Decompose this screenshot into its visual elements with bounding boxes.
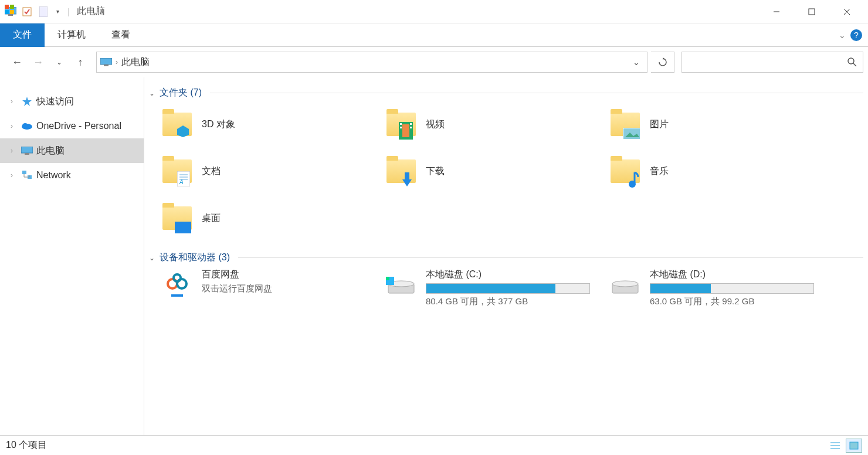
folder-icon bbox=[385, 155, 418, 188]
navigation-pane: › 快速访问 › OneDrive - Personal › 此电脑 › bbox=[0, 77, 144, 441]
svg-marker-12 bbox=[22, 97, 32, 106]
main-pane: ⌄ 文件夹 (7) 3D 对象 视频 bbox=[144, 77, 868, 441]
folder-label: 桌面 bbox=[202, 212, 221, 225]
search-input[interactable] bbox=[682, 57, 842, 67]
tab-view[interactable]: 查看 bbox=[99, 23, 143, 47]
folder-label: 音乐 bbox=[650, 165, 669, 178]
maximize-button[interactable] bbox=[794, 0, 829, 23]
folder-label: 图片 bbox=[650, 118, 669, 131]
cloud-icon bbox=[21, 120, 33, 132]
folder-icon bbox=[385, 108, 418, 141]
folder-icon bbox=[609, 155, 642, 188]
breadcrumb-chevron-icon[interactable]: › bbox=[116, 58, 118, 66]
capacity-bar bbox=[426, 283, 590, 294]
star-icon bbox=[21, 96, 33, 107]
svg-rect-24 bbox=[410, 127, 412, 128]
forward-button[interactable]: → bbox=[29, 53, 47, 71]
details-view-button[interactable] bbox=[827, 439, 843, 453]
chevron-right-icon[interactable]: › bbox=[11, 97, 18, 106]
address-bar[interactable]: › 此电脑 ⌄ bbox=[96, 52, 647, 73]
folder-label: 视频 bbox=[426, 118, 445, 131]
baidu-icon bbox=[161, 269, 194, 301]
chevron-right-icon[interactable]: › bbox=[11, 122, 18, 130]
document-icon[interactable] bbox=[36, 5, 50, 19]
svg-rect-21 bbox=[400, 123, 402, 125]
up-button[interactable]: ↑ bbox=[72, 53, 89, 71]
svg-rect-17 bbox=[22, 171, 26, 174]
group-label: 设备和驱动器 (3) bbox=[160, 252, 230, 264]
folder-desktop[interactable]: 桌面 bbox=[161, 198, 384, 239]
properties-icon[interactable] bbox=[20, 5, 34, 19]
svg-point-51 bbox=[612, 281, 638, 287]
drive-name: 百度网盘 bbox=[202, 269, 384, 281]
svg-rect-55 bbox=[850, 442, 858, 449]
back-button[interactable]: ← bbox=[8, 53, 26, 71]
drive-c[interactable]: 本地磁盘 (C:) 80.4 GB 可用，共 377 GB bbox=[385, 269, 608, 307]
breadcrumb[interactable]: 此电脑 bbox=[121, 56, 150, 69]
folder-3d-objects[interactable]: 3D 对象 bbox=[161, 104, 384, 145]
recent-dropdown-icon[interactable]: ⌄ bbox=[50, 53, 68, 71]
qat-dropdown-icon[interactable]: ▾ bbox=[56, 8, 59, 15]
svg-rect-23 bbox=[410, 123, 412, 125]
drives-grid: 百度网盘 双击运行百度网盘 本地磁盘 (C:) 80.4 GB 可用，共 377… bbox=[149, 269, 863, 307]
window-controls bbox=[759, 0, 864, 23]
svg-point-14 bbox=[22, 123, 28, 128]
chevron-right-icon[interactable]: › bbox=[11, 171, 18, 179]
network-icon bbox=[21, 169, 33, 181]
navigation-bar: ← → ⌄ ↑ › 此电脑 ⌄ bbox=[0, 47, 868, 77]
titlebar: ▾ | 此电脑 bbox=[0, 0, 868, 23]
ribbon-expand-icon[interactable]: ⌄ bbox=[839, 30, 846, 40]
minimize-button[interactable] bbox=[759, 0, 794, 23]
svg-rect-9 bbox=[104, 64, 108, 66]
svg-rect-33 bbox=[405, 172, 409, 181]
sidebar-item-label: OneDrive - Personal bbox=[36, 121, 121, 131]
capacity-bar bbox=[650, 283, 814, 294]
sidebar-item-quick-access[interactable]: › 快速访问 bbox=[0, 89, 144, 114]
svg-marker-34 bbox=[402, 179, 412, 186]
quick-access-toolbar: ▾ | 此电脑 bbox=[4, 5, 105, 19]
svg-line-11 bbox=[853, 63, 856, 66]
chevron-right-icon[interactable]: › bbox=[11, 147, 18, 155]
search-icon[interactable] bbox=[842, 57, 863, 67]
svg-rect-44 bbox=[386, 277, 389, 280]
item-count: 10 个项目 bbox=[6, 439, 47, 451]
folder-label: 文档 bbox=[202, 165, 221, 178]
svg-point-10 bbox=[848, 58, 854, 64]
folder-videos[interactable]: 视频 bbox=[385, 104, 608, 145]
svg-rect-15 bbox=[21, 147, 33, 153]
tab-file[interactable]: 文件 bbox=[0, 23, 45, 47]
folder-music[interactable]: 音乐 bbox=[609, 151, 832, 192]
folder-icon bbox=[161, 202, 194, 235]
drive-baidu-netdisk[interactable]: 百度网盘 双击运行百度网盘 bbox=[161, 269, 384, 307]
close-button[interactable] bbox=[829, 0, 864, 23]
drive-name: 本地磁盘 (C:) bbox=[426, 269, 608, 281]
svg-rect-3 bbox=[39, 6, 48, 17]
folder-pictures[interactable]: 图片 bbox=[609, 104, 832, 145]
refresh-button[interactable] bbox=[651, 52, 674, 73]
group-label: 文件夹 (7) bbox=[160, 87, 202, 99]
ribbon: 文件 计算机 查看 ⌄ ? bbox=[0, 23, 868, 47]
sidebar-item-network[interactable]: › Network bbox=[0, 163, 144, 188]
folder-icon bbox=[609, 108, 642, 141]
search-box[interactable] bbox=[681, 52, 863, 73]
drive-d[interactable]: 本地磁盘 (D:) 63.0 GB 可用，共 99.2 GB bbox=[609, 269, 832, 307]
group-header-folders[interactable]: ⌄ 文件夹 (7) bbox=[149, 84, 863, 104]
sidebar-item-label: Network bbox=[36, 170, 71, 181]
svg-text:A: A bbox=[179, 179, 184, 185]
disk-icon bbox=[385, 269, 418, 301]
chevron-down-icon[interactable]: ⌄ bbox=[149, 254, 155, 262]
folder-downloads[interactable]: 下载 bbox=[385, 151, 608, 192]
large-icons-view-button[interactable] bbox=[846, 439, 862, 453]
svg-rect-26 bbox=[623, 128, 640, 140]
address-dropdown-icon[interactable]: ⌄ bbox=[629, 57, 643, 67]
tab-computer[interactable]: 计算机 bbox=[45, 23, 99, 47]
folder-documents[interactable]: A 文档 bbox=[161, 151, 384, 192]
content-area: › 快速访问 › OneDrive - Personal › 此电脑 › bbox=[0, 77, 868, 441]
group-header-devices[interactable]: ⌄ 设备和驱动器 (3) bbox=[149, 249, 863, 269]
chevron-down-icon[interactable]: ⌄ bbox=[149, 89, 155, 97]
sidebar-item-onedrive[interactable]: › OneDrive - Personal bbox=[0, 114, 144, 138]
help-icon[interactable]: ? bbox=[850, 29, 862, 41]
svg-rect-5 bbox=[809, 9, 815, 15]
folders-grid: 3D 对象 视频 图片 A bbox=[149, 104, 863, 249]
sidebar-item-this-pc[interactable]: › 此电脑 bbox=[0, 138, 144, 163]
